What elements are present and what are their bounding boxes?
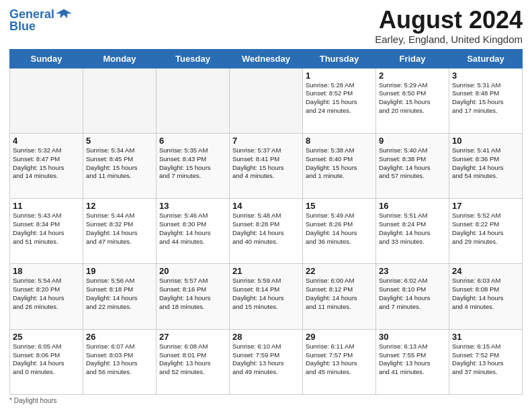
day-info: Sunrise: 6:07 AM Sunset: 8:03 PM Dayligh… <box>86 342 153 377</box>
day-number: 6 <box>159 136 226 146</box>
calendar-cell <box>10 68 83 133</box>
day-info: Sunrise: 5:52 AM Sunset: 8:22 PM Dayligh… <box>452 212 519 246</box>
day-number: 5 <box>86 136 153 146</box>
day-number: 12 <box>86 201 153 211</box>
svg-marker-0 <box>56 9 72 18</box>
day-number: 17 <box>452 201 519 211</box>
calendar-cell: 30Sunrise: 6:13 AM Sunset: 7:55 PM Dayli… <box>376 329 449 394</box>
location: Earley, England, United Kingdom <box>375 34 523 45</box>
day-info: Sunrise: 6:02 AM Sunset: 8:10 PM Dayligh… <box>379 277 446 311</box>
calendar-cell: 12Sunrise: 5:44 AM Sunset: 8:32 PM Dayli… <box>83 199 157 264</box>
day-info: Sunrise: 5:44 AM Sunset: 8:32 PM Dayligh… <box>86 212 153 246</box>
logo-bird-icon <box>56 7 72 23</box>
week-row-2: 11Sunrise: 5:43 AM Sunset: 8:34 PM Dayli… <box>10 199 523 264</box>
calendar-cell: 29Sunrise: 6:11 AM Sunset: 7:57 PM Dayli… <box>303 329 376 394</box>
day-number: 10 <box>452 136 519 146</box>
calendar-cell: 16Sunrise: 5:51 AM Sunset: 8:24 PM Dayli… <box>376 199 449 264</box>
calendar-cell: 1Sunrise: 5:28 AM Sunset: 8:52 PM Daylig… <box>303 68 376 133</box>
day-info: Sunrise: 6:10 AM Sunset: 7:59 PM Dayligh… <box>232 342 300 377</box>
day-number: 24 <box>452 266 519 276</box>
col-header-saturday: Saturday <box>449 49 523 68</box>
calendar-cell: 25Sunrise: 6:05 AM Sunset: 8:06 PM Dayli… <box>10 329 83 394</box>
calendar-cell <box>157 68 230 133</box>
day-info: Sunrise: 5:40 AM Sunset: 8:38 PM Dayligh… <box>379 146 446 181</box>
day-number: 28 <box>232 332 300 342</box>
calendar-cell: 9Sunrise: 5:40 AM Sunset: 8:38 PM Daylig… <box>376 133 449 198</box>
day-info: Sunrise: 6:05 AM Sunset: 8:06 PM Dayligh… <box>13 342 80 377</box>
day-info: Sunrise: 6:11 AM Sunset: 7:57 PM Dayligh… <box>306 342 373 377</box>
calendar-cell: 4Sunrise: 5:32 AM Sunset: 8:47 PM Daylig… <box>10 133 83 198</box>
col-header-friday: Friday <box>376 49 449 68</box>
week-row-3: 18Sunrise: 5:54 AM Sunset: 8:20 PM Dayli… <box>10 264 523 329</box>
calendar-cell: 2Sunrise: 5:29 AM Sunset: 8:50 PM Daylig… <box>376 68 449 133</box>
day-info: Sunrise: 5:57 AM Sunset: 8:16 PM Dayligh… <box>159 277 226 311</box>
day-info: Sunrise: 5:31 AM Sunset: 8:48 PM Dayligh… <box>452 81 519 116</box>
day-info: Sunrise: 6:00 AM Sunset: 8:12 PM Dayligh… <box>306 277 373 311</box>
day-number: 29 <box>306 332 373 342</box>
day-number: 22 <box>306 266 373 276</box>
week-row-1: 4Sunrise: 5:32 AM Sunset: 8:47 PM Daylig… <box>10 133 523 198</box>
calendar-table: SundayMondayTuesdayWednesdayThursdayFrid… <box>9 49 523 395</box>
day-number: 30 <box>379 332 446 342</box>
calendar-cell <box>230 68 303 133</box>
col-header-thursday: Thursday <box>303 49 376 68</box>
calendar-cell: 21Sunrise: 5:59 AM Sunset: 8:14 PM Dayli… <box>230 264 303 329</box>
day-number: 11 <box>13 201 80 211</box>
day-number: 3 <box>452 71 519 81</box>
footer-note-text: Daylight hours <box>14 397 57 404</box>
logo: General Blue <box>9 7 72 34</box>
day-number: 14 <box>232 201 300 211</box>
day-number: 19 <box>86 266 153 276</box>
day-info: Sunrise: 5:35 AM Sunset: 8:43 PM Dayligh… <box>159 146 226 181</box>
calendar-cell: 10Sunrise: 5:41 AM Sunset: 8:36 PM Dayli… <box>449 133 523 198</box>
calendar-cell: 6Sunrise: 5:35 AM Sunset: 8:43 PM Daylig… <box>157 133 230 198</box>
col-header-monday: Monday <box>83 49 157 68</box>
day-number: 18 <box>13 266 80 276</box>
day-number: 15 <box>306 201 373 211</box>
day-info: Sunrise: 5:54 AM Sunset: 8:20 PM Dayligh… <box>13 277 80 311</box>
week-row-4: 25Sunrise: 6:05 AM Sunset: 8:06 PM Dayli… <box>10 329 523 394</box>
calendar-cell: 23Sunrise: 6:02 AM Sunset: 8:10 PM Dayli… <box>376 264 449 329</box>
day-info: Sunrise: 5:46 AM Sunset: 8:30 PM Dayligh… <box>159 212 226 246</box>
calendar-cell: 11Sunrise: 5:43 AM Sunset: 8:34 PM Dayli… <box>10 199 83 264</box>
calendar-cell: 14Sunrise: 5:48 AM Sunset: 8:28 PM Dayli… <box>230 199 303 264</box>
calendar-header-row: SundayMondayTuesdayWednesdayThursdayFrid… <box>10 49 523 68</box>
col-header-sunday: Sunday <box>10 49 83 68</box>
calendar-cell: 17Sunrise: 5:52 AM Sunset: 8:22 PM Dayli… <box>449 199 523 264</box>
day-info: Sunrise: 5:28 AM Sunset: 8:52 PM Dayligh… <box>306 81 373 116</box>
day-number: 16 <box>379 201 446 211</box>
calendar-cell: 8Sunrise: 5:38 AM Sunset: 8:40 PM Daylig… <box>303 133 376 198</box>
header: General Blue August 2024 Earley, England… <box>9 7 523 45</box>
day-number: 26 <box>86 332 153 342</box>
day-number: 2 <box>379 71 446 81</box>
day-info: Sunrise: 5:59 AM Sunset: 8:14 PM Dayligh… <box>232 277 300 311</box>
day-info: Sunrise: 5:51 AM Sunset: 8:24 PM Dayligh… <box>379 212 446 246</box>
day-info: Sunrise: 6:13 AM Sunset: 7:55 PM Dayligh… <box>379 342 446 377</box>
day-number: 31 <box>452 332 519 342</box>
day-info: Sunrise: 5:32 AM Sunset: 8:47 PM Dayligh… <box>13 146 80 181</box>
col-header-wednesday: Wednesday <box>230 49 303 68</box>
day-info: Sunrise: 5:43 AM Sunset: 8:34 PM Dayligh… <box>13 212 80 246</box>
day-number: 21 <box>232 266 300 276</box>
day-number: 7 <box>232 136 300 146</box>
title-area: August 2024 Earley, England, United King… <box>375 7 523 45</box>
calendar-cell: 7Sunrise: 5:37 AM Sunset: 8:41 PM Daylig… <box>230 133 303 198</box>
week-row-0: 1Sunrise: 5:28 AM Sunset: 8:52 PM Daylig… <box>10 68 523 133</box>
calendar-cell <box>83 68 157 133</box>
calendar-cell: 22Sunrise: 6:00 AM Sunset: 8:12 PM Dayli… <box>303 264 376 329</box>
calendar-cell: 19Sunrise: 5:56 AM Sunset: 8:18 PM Dayli… <box>83 264 157 329</box>
calendar-cell: 18Sunrise: 5:54 AM Sunset: 8:20 PM Dayli… <box>10 264 83 329</box>
day-info: Sunrise: 5:41 AM Sunset: 8:36 PM Dayligh… <box>452 146 519 181</box>
day-info: Sunrise: 6:03 AM Sunset: 8:08 PM Dayligh… <box>452 277 519 311</box>
day-number: 9 <box>379 136 446 146</box>
calendar-cell: 13Sunrise: 5:46 AM Sunset: 8:30 PM Dayli… <box>157 199 230 264</box>
col-header-tuesday: Tuesday <box>157 49 230 68</box>
day-info: Sunrise: 5:34 AM Sunset: 8:45 PM Dayligh… <box>86 146 153 181</box>
day-info: Sunrise: 5:29 AM Sunset: 8:50 PM Dayligh… <box>379 81 446 116</box>
calendar-cell: 28Sunrise: 6:10 AM Sunset: 7:59 PM Dayli… <box>230 329 303 394</box>
day-info: Sunrise: 5:48 AM Sunset: 8:28 PM Dayligh… <box>232 212 300 246</box>
day-number: 8 <box>306 136 373 146</box>
day-info: Sunrise: 5:56 AM Sunset: 8:18 PM Dayligh… <box>86 277 153 311</box>
day-info: Sunrise: 6:15 AM Sunset: 7:52 PM Dayligh… <box>452 342 519 377</box>
calendar-cell: 27Sunrise: 6:08 AM Sunset: 8:01 PM Dayli… <box>157 329 230 394</box>
